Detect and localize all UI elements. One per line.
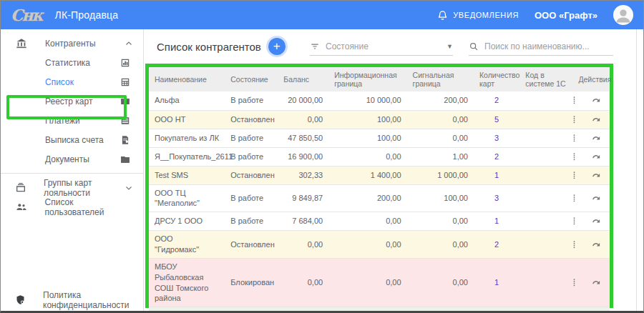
- card-count-link[interactable]: 2: [494, 152, 499, 161]
- col-balance: Баланс: [278, 67, 328, 91]
- sidebar-item-privacy-policy[interactable]: Политика конфиденциальности: [1, 290, 143, 309]
- col-name: Наименование: [149, 67, 225, 91]
- row-redo-icon[interactable]: [590, 95, 601, 106]
- card-count-link[interactable]: 1: [494, 278, 499, 287]
- cell-1c-code: [519, 166, 572, 184]
- cell-alarm-limit: 1 000,00: [407, 166, 474, 184]
- policy-shield-icon: [15, 294, 26, 305]
- sidebar-item-label: Реестр карт: [45, 96, 92, 106]
- row-redo-icon[interactable]: [590, 133, 601, 144]
- row-menu-kebab-icon[interactable]: [570, 171, 579, 180]
- row-menu-kebab-icon[interactable]: [570, 194, 579, 203]
- sidebar-item-card-registry[interactable]: Реестр карт: [1, 91, 143, 111]
- cell-actions: [572, 184, 610, 212]
- row-menu-kebab-icon[interactable]: [570, 217, 579, 226]
- row-redo-icon[interactable]: [590, 151, 601, 162]
- card-count-link[interactable]: 2: [494, 96, 499, 104]
- cell-name: МБОУ Рыбаловская СОШ Томского района: [149, 258, 225, 307]
- cell-card-count: 1: [474, 258, 519, 307]
- col-1c-code: Код в системе 1С: [519, 67, 572, 91]
- cell-balance: 16 900,00: [278, 147, 328, 166]
- main-content: Список контрагентов + ▼: [144, 29, 643, 313]
- cell-status: В работе: [225, 129, 278, 147]
- card-count-link[interactable]: 2: [494, 240, 499, 249]
- card-count-link[interactable]: 1: [494, 171, 499, 179]
- sidebar-item-statistics[interactable]: Статистика: [1, 53, 143, 72]
- cell-name: Test SMS: [149, 166, 225, 184]
- cell-name: ООО ТЦ "Мегаполис": [149, 184, 225, 212]
- cell-card-count: 2: [474, 147, 519, 166]
- cell-status: В работе: [225, 147, 278, 166]
- row-redo-icon[interactable]: [590, 239, 601, 250]
- cell-1c-code: [519, 110, 572, 129]
- scrollbar-track[interactable]: [636, 29, 637, 311]
- row-redo-icon[interactable]: [590, 277, 601, 288]
- cell-balance: 0,00: [278, 307, 328, 313]
- contractor-table-panel: Наименование Состояние Баланс Информацио…: [145, 64, 613, 308]
- table-header-row: Наименование Состояние Баланс Информацио…: [149, 67, 610, 91]
- row-menu-kebab-icon[interactable]: [570, 240, 579, 249]
- cell-name: ООО "Сивента": [149, 307, 225, 313]
- cell-balance: 0,00: [278, 110, 328, 129]
- row-redo-icon[interactable]: [590, 216, 601, 227]
- table-icon: [120, 77, 130, 87]
- notifications-button[interactable]: уведомления: [437, 10, 519, 21]
- card-icon: [120, 96, 130, 106]
- row-menu-kebab-icon[interactable]: [570, 152, 579, 162]
- add-contractor-button[interactable]: +: [268, 38, 286, 55]
- cell-alarm-limit: 0,00: [407, 212, 474, 231]
- app-window: Снк ЛК-Продавца уведомления ООО «Графт» …: [0, 0, 644, 313]
- cell-status: Остановлен: [225, 231, 278, 259]
- search-input[interactable]: [484, 41, 613, 51]
- sidebar-item-payments[interactable]: Платежи: [1, 111, 143, 130]
- table-row: ДРСУ 1 ОООВ работе7 684,000,000,001: [149, 212, 610, 231]
- table-row: ООО ТЦ "Мегаполис"В работе9 849,87200,00…: [149, 184, 610, 212]
- cell-alarm-limit: 0,00: [407, 231, 474, 259]
- sidebar-item-label: Документы: [45, 154, 89, 164]
- row-redo-icon[interactable]: [590, 114, 601, 125]
- table-row: МБОУ Рыбаловская СОШ Томского районаБлок…: [149, 258, 610, 307]
- sidebar-item-account-statement[interactable]: Выписка счета: [1, 130, 143, 149]
- table-row: ООО "Сивента"Тревожный0,000,00-1 000,001: [149, 307, 610, 313]
- cell-1c-code: [519, 184, 572, 212]
- contractor-table-body: АльфаВ работе20 000,0010 000,00200,002ОО…: [149, 91, 610, 313]
- cell-balance: 7 684,00: [278, 212, 328, 231]
- row-menu-kebab-icon[interactable]: [570, 115, 579, 124]
- cell-1c-code: [519, 231, 572, 259]
- row-redo-icon[interactable]: [590, 170, 601, 181]
- sidebar-item-loyalty-groups[interactable]: Группы карт лояльности: [1, 178, 143, 197]
- toolbar: Список контрагентов + ▼: [144, 29, 643, 64]
- dropdown-arrow-icon[interactable]: ▼: [447, 43, 453, 50]
- row-redo-icon[interactable]: [590, 193, 601, 204]
- row-menu-kebab-icon[interactable]: [570, 134, 579, 143]
- invoice-icon: [120, 135, 130, 145]
- cell-name: ООО "Гидромакс": [149, 231, 225, 259]
- card-count-link[interactable]: 3: [494, 134, 499, 142]
- cell-info-limit: 0,00: [328, 147, 406, 166]
- app-title: ЛК-Продавца: [55, 9, 119, 21]
- table-row: Test SMSОстановлен302,331 400,001 000,00…: [149, 166, 610, 184]
- avatar[interactable]: [613, 5, 633, 25]
- status-filter-select[interactable]: ▼: [310, 37, 453, 56]
- row-menu-kebab-icon[interactable]: [570, 96, 579, 105]
- card-count-link[interactable]: 3: [494, 194, 499, 202]
- card-count-link[interactable]: 5: [494, 115, 499, 124]
- sidebar-item-users-list[interactable]: Список пользователей: [1, 197, 143, 217]
- brand-logo: Снк: [11, 7, 42, 23]
- sidebar-item-list[interactable]: Список: [1, 72, 143, 91]
- sidebar-item-contractors[interactable]: Контрагенты: [1, 34, 143, 53]
- account-name[interactable]: ООО «Графт»: [535, 10, 597, 21]
- cell-status: В работе: [225, 184, 278, 212]
- search-field[interactable]: [469, 37, 613, 56]
- sidebar-item-documents[interactable]: Документы: [1, 149, 143, 169]
- search-icon: [469, 41, 479, 51]
- card-count-link[interactable]: 1: [494, 217, 499, 225]
- cell-info-limit: 0,00: [328, 231, 406, 259]
- status-filter-input[interactable]: [326, 41, 441, 51]
- cell-alarm-limit: 1,00: [407, 147, 474, 166]
- row-menu-kebab-icon[interactable]: [570, 278, 579, 287]
- cell-status: Остановлен: [225, 110, 278, 129]
- cell-name: ООО НТ: [149, 110, 225, 129]
- cell-name: Я__Покупатель_2611: [149, 147, 225, 166]
- cell-card-count: 2: [474, 231, 519, 259]
